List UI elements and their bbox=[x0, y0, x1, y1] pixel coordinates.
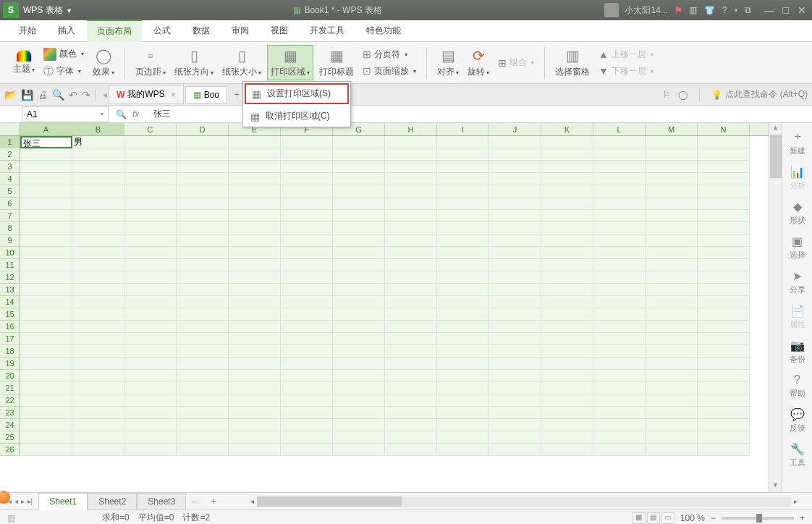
cell-N2[interactable] bbox=[698, 148, 750, 161]
sheet-nav-next[interactable]: ▸ bbox=[21, 497, 25, 505]
cell-K10[interactable] bbox=[541, 247, 593, 259]
cell-D19[interactable] bbox=[177, 358, 229, 370]
cell-F10[interactable] bbox=[281, 247, 333, 259]
cell-A14[interactable] bbox=[20, 296, 72, 308]
cell-K19[interactable] bbox=[541, 358, 593, 370]
notification-icon[interactable]: ⚑ bbox=[674, 4, 683, 16]
cell-J9[interactable] bbox=[489, 234, 541, 247]
cell-I22[interactable] bbox=[437, 394, 489, 407]
cell-A11[interactable] bbox=[20, 259, 72, 271]
col-header-B[interactable]: B bbox=[72, 123, 124, 135]
cell-L2[interactable] bbox=[593, 148, 646, 161]
cell-J26[interactable] bbox=[489, 444, 541, 456]
cell-K22[interactable] bbox=[541, 394, 593, 407]
cell-N21[interactable] bbox=[698, 382, 750, 394]
cell-N4[interactable] bbox=[698, 173, 750, 185]
cell-D22[interactable] bbox=[177, 394, 229, 407]
cell-H17[interactable] bbox=[385, 333, 437, 345]
cell-D7[interactable] bbox=[177, 210, 229, 222]
cell-N26[interactable] bbox=[698, 444, 750, 456]
cell-N22[interactable] bbox=[698, 394, 750, 407]
cell-K16[interactable] bbox=[541, 321, 593, 333]
cell-M9[interactable] bbox=[646, 234, 698, 247]
cell-C14[interactable] bbox=[124, 296, 177, 308]
print-titles-button[interactable]: ▦ 打印标题 bbox=[316, 46, 357, 80]
cell-N5[interactable] bbox=[698, 185, 750, 198]
cell-N20[interactable] bbox=[698, 370, 750, 382]
cell-J22[interactable] bbox=[489, 394, 541, 407]
cell-I18[interactable] bbox=[437, 345, 489, 358]
margins-button[interactable]: ▫ 页边距▾ bbox=[132, 46, 169, 80]
cell-G23[interactable] bbox=[333, 407, 385, 419]
cell-F15[interactable] bbox=[281, 308, 333, 321]
cell-G19[interactable] bbox=[333, 358, 385, 370]
cell-H25[interactable] bbox=[385, 431, 437, 444]
cell-I13[interactable] bbox=[437, 284, 489, 296]
cell-A24[interactable] bbox=[20, 419, 72, 431]
cell-G20[interactable] bbox=[333, 370, 385, 382]
cell-A20[interactable] bbox=[20, 370, 72, 382]
cell-G5[interactable] bbox=[333, 185, 385, 198]
cell-E18[interactable] bbox=[229, 345, 281, 358]
scale-button[interactable]: ⊡ 页面缩放▾ bbox=[360, 64, 419, 79]
cell-I19[interactable] bbox=[437, 358, 489, 370]
cell-F7[interactable] bbox=[281, 210, 333, 222]
cell-M20[interactable] bbox=[646, 370, 698, 382]
cell-F9[interactable] bbox=[281, 234, 333, 247]
hscroll-thumb[interactable] bbox=[257, 496, 402, 507]
cell-A18[interactable] bbox=[20, 345, 72, 358]
font-button[interactable]: Ⓣ 字体▾ bbox=[41, 64, 87, 80]
cell-G6[interactable] bbox=[333, 198, 385, 210]
cell-I8[interactable] bbox=[437, 222, 489, 234]
maximize-button[interactable]: □ bbox=[783, 4, 789, 16]
cell-H3[interactable] bbox=[385, 161, 437, 173]
cell-M17[interactable] bbox=[646, 333, 698, 345]
cell-N10[interactable] bbox=[698, 247, 750, 259]
cell-H5[interactable] bbox=[385, 185, 437, 198]
row-header-6[interactable]: 6 bbox=[0, 198, 20, 210]
cell-E11[interactable] bbox=[229, 259, 281, 271]
cell-J23[interactable] bbox=[489, 407, 541, 419]
cell-E24[interactable] bbox=[229, 419, 281, 431]
cell-A2[interactable] bbox=[20, 148, 72, 161]
row-header-24[interactable]: 24 bbox=[0, 419, 20, 431]
cell-J10[interactable] bbox=[489, 247, 541, 259]
cell-A7[interactable] bbox=[20, 210, 72, 222]
cell-L5[interactable] bbox=[593, 185, 646, 198]
cell-M13[interactable] bbox=[646, 284, 698, 296]
cell-L19[interactable] bbox=[593, 358, 646, 370]
cell-M10[interactable] bbox=[646, 247, 698, 259]
cell-L7[interactable] bbox=[593, 210, 646, 222]
cell-F26[interactable] bbox=[281, 444, 333, 456]
cell-A16[interactable] bbox=[20, 321, 72, 333]
cell-A4[interactable] bbox=[20, 173, 72, 185]
row-header-25[interactable]: 25 bbox=[0, 431, 20, 444]
cell-C25[interactable] bbox=[124, 431, 177, 444]
cell-N14[interactable] bbox=[698, 296, 750, 308]
cell-F2[interactable] bbox=[281, 148, 333, 161]
col-header-D[interactable]: D bbox=[177, 123, 229, 135]
cell-M7[interactable] bbox=[646, 210, 698, 222]
cell-H13[interactable] bbox=[385, 284, 437, 296]
cell-E12[interactable] bbox=[229, 271, 281, 284]
cell-H7[interactable] bbox=[385, 210, 437, 222]
sheet-nav-last[interactable]: ▸| bbox=[28, 497, 33, 505]
cell-J19[interactable] bbox=[489, 358, 541, 370]
cell-D1[interactable] bbox=[177, 136, 229, 148]
row-header-1[interactable]: 1 bbox=[0, 136, 20, 148]
cell-H4[interactable] bbox=[385, 173, 437, 185]
cell-L16[interactable] bbox=[593, 321, 646, 333]
cell-L12[interactable] bbox=[593, 271, 646, 284]
cell-F4[interactable] bbox=[281, 173, 333, 185]
cell-G26[interactable] bbox=[333, 444, 385, 456]
zoom-in[interactable]: + bbox=[800, 513, 805, 523]
cell-C21[interactable] bbox=[124, 382, 177, 394]
cell-M15[interactable] bbox=[646, 308, 698, 321]
sheet-tab-Sheet2[interactable]: Sheet2 bbox=[88, 493, 137, 510]
cell-L1[interactable] bbox=[593, 136, 646, 148]
cell-A15[interactable] bbox=[20, 308, 72, 321]
menu-item-3[interactable]: 公式 bbox=[143, 20, 181, 41]
sheet-nav-prev[interactable]: ◂ bbox=[14, 497, 18, 505]
cell-E2[interactable] bbox=[229, 148, 281, 161]
cell-K25[interactable] bbox=[541, 431, 593, 444]
